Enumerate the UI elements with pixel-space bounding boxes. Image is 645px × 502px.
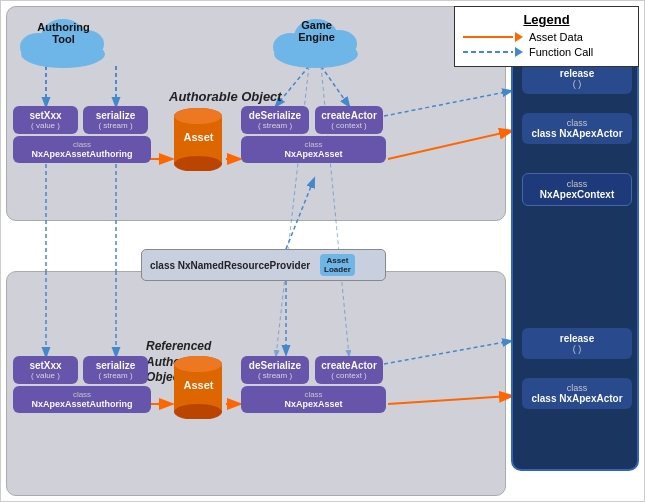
- authorable-object-label: Authorable Object: [169, 89, 282, 104]
- top-asset-cylinder: Asset: [171, 106, 226, 175]
- bottom-serialize-main: serialize: [86, 360, 145, 371]
- bottom-deserialize-main: deSerialize: [244, 360, 306, 371]
- legend-function-call: Function Call: [463, 46, 630, 58]
- function-call-label: Function Call: [529, 46, 593, 58]
- top-deserialize-sub: ( stream ): [244, 121, 306, 130]
- bottom-setxxx-sub: ( value ): [16, 371, 75, 380]
- bottom-asset-label: Asset: [171, 379, 226, 391]
- asset-loader-box: Asset Loader: [320, 254, 355, 276]
- top-release-main: release: [526, 68, 628, 79]
- diagram-container: Legend Asset Data Function Call class Nx…: [0, 0, 645, 502]
- bottom-release-main: release: [526, 333, 628, 344]
- top-serialize-sub: ( stream ): [86, 121, 145, 130]
- legend-box: Legend Asset Data Function Call: [454, 6, 639, 67]
- svg-point-11: [174, 108, 222, 124]
- top-setxxx-main: setXxx: [16, 110, 75, 121]
- top-createactor-sub: ( context ): [318, 121, 380, 130]
- top-authoring-class-box: class NxApexAssetAuthoring: [13, 136, 151, 163]
- bottom-deserialize-box: deSerialize ( stream ): [241, 356, 309, 384]
- top-setxxx-box: setXxx ( value ): [13, 106, 78, 134]
- top-serialize-box: serialize ( stream ): [83, 106, 148, 134]
- bottom-asset-class-box: class NxApexAsset: [241, 386, 386, 413]
- asset-data-label: Asset Data: [529, 31, 583, 43]
- top-actor-class-name: class NxApexActor: [526, 128, 628, 139]
- top-createactor-main: createActor: [318, 110, 380, 121]
- top-setxxx-sub: ( value ): [16, 121, 75, 130]
- svg-point-15: [174, 356, 222, 372]
- bottom-serialize-sub: ( stream ): [86, 371, 145, 380]
- top-asset-label: Asset: [171, 131, 226, 143]
- top-deserialize-main: deSerialize: [244, 110, 306, 121]
- context-panel: class NxApexContext release ( ) class cl…: [511, 6, 639, 471]
- top-actor-box: class class NxApexActor: [522, 113, 632, 144]
- solid-arrow-icon: [463, 32, 523, 42]
- top-actor-class-label: class: [526, 118, 628, 128]
- legend-asset-data: Asset Data: [463, 31, 630, 43]
- top-release-box: release ( ): [522, 63, 632, 94]
- bottom-actor-box: class class NxApexActor: [522, 378, 632, 409]
- resource-provider-row: class NxNamedResourceProvider Asset Load…: [141, 249, 386, 281]
- bottom-authoring-class-box: class NxApexAssetAuthoring: [13, 386, 151, 413]
- dashed-arrow-icon: [463, 47, 523, 57]
- bottom-setxxx-main: setXxx: [16, 360, 75, 371]
- bottom-createactor-box: createActor ( context ): [315, 356, 383, 384]
- bottom-release-box: release ( ): [522, 328, 632, 359]
- bottom-asset-class-name: NxApexAsset: [244, 399, 383, 409]
- game-engine-cloud: Game Engine: [269, 9, 364, 69]
- top-release-sub: ( ): [526, 79, 628, 89]
- bottom-setxxx-box: setXxx ( value ): [13, 356, 78, 384]
- bottom-authoring-class-name: NxApexAssetAuthoring: [16, 399, 148, 409]
- authoring-tool-cloud: Authoring Tool: [16, 9, 111, 69]
- top-asset-class-name: NxApexAsset: [244, 149, 383, 159]
- bottom-deserialize-sub: ( stream ): [244, 371, 306, 380]
- bottom-asset-cylinder: Asset: [171, 354, 226, 423]
- top-deserialize-box: deSerialize ( stream ): [241, 106, 309, 134]
- game-engine-label: Game Engine: [269, 19, 364, 43]
- authoring-tool-label: Authoring Tool: [16, 21, 111, 45]
- inner-context-box: class NxApexContext: [522, 173, 632, 206]
- top-serialize-main: serialize: [86, 110, 145, 121]
- bottom-createactor-sub: ( context ): [318, 371, 380, 380]
- top-createactor-box: createActor ( context ): [315, 106, 383, 134]
- bottom-release-sub: ( ): [526, 344, 628, 354]
- legend-title: Legend: [463, 12, 630, 27]
- top-authoring-class-name: NxApexAssetAuthoring: [16, 149, 148, 159]
- top-asset-class-box: class NxApexAsset: [241, 136, 386, 163]
- resource-provider-label: class NxNamedResourceProvider: [150, 260, 310, 271]
- bottom-serialize-box: serialize ( stream ): [83, 356, 148, 384]
- bottom-actor-class-name: class NxApexActor: [526, 393, 628, 404]
- bottom-createactor-main: createActor: [318, 360, 380, 371]
